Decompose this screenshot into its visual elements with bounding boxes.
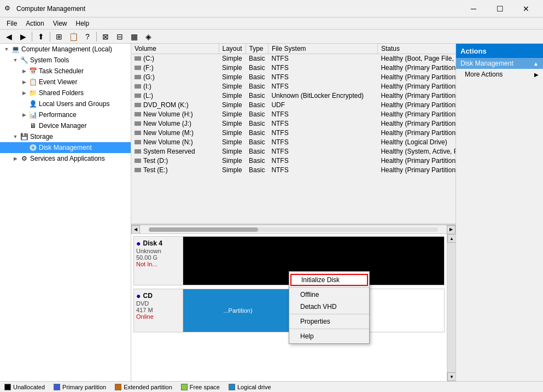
tree-item-root[interactable]: ▼ 💻 Computer Management (Local): [0, 44, 131, 55]
action-more-actions-arrow: ▶: [534, 72, 539, 78]
label-system-tools: System Tools: [30, 56, 69, 64]
h-scroll-thumb[interactable]: [149, 227, 258, 232]
ctx-help[interactable]: Help: [289, 330, 369, 342]
tree-item-services[interactable]: ▶ ⚙ Services and Applications: [0, 153, 131, 164]
legend-label-primary: Primary partition: [62, 384, 106, 390]
ctx-offline[interactable]: Offline: [289, 289, 369, 301]
cell-layout: Simple: [219, 128, 246, 138]
cell-status: Healthy (Primary Partition): [377, 101, 456, 110]
toolbar-btn-extra4[interactable]: ◈: [142, 31, 155, 43]
label-services: Services and Applications: [30, 155, 105, 162]
actions-header: Actions: [456, 44, 543, 58]
tree-item-performance[interactable]: ▶ 📊 Performance: [0, 109, 131, 120]
table-row[interactable]: (L:) Simple Basic Unknown (BitLocker Enc…: [131, 91, 456, 101]
expander-root[interactable]: ▼: [2, 45, 11, 54]
cd-partition-label: ...Partition): [223, 307, 252, 314]
h-scroll-right[interactable]: ▶: [447, 225, 456, 234]
action-more-actions[interactable]: More Actions ▶: [456, 69, 543, 80]
expander-task-scheduler[interactable]: ▶: [20, 67, 28, 75]
tree-item-local-users[interactable]: 👤 Local Users and Groups: [0, 98, 131, 109]
table-row[interactable]: (F:) Simple Basic NTFS Healthy (Primary …: [131, 63, 456, 73]
up-button[interactable]: ⬆: [34, 31, 48, 43]
tree-item-shared-folders[interactable]: ▶ 📁 Shared Folders: [0, 87, 131, 98]
expander-shared-folders[interactable]: ▶: [20, 89, 28, 97]
expander-performance[interactable]: ▶: [20, 110, 28, 119]
table-row[interactable]: (C:) Simple Basic NTFS Healthy (Boot, Pa…: [131, 54, 456, 63]
menu-bar: File Action View Help: [0, 17, 543, 30]
cell-type: Basic: [246, 128, 268, 138]
legend-unallocated: Unallocated: [4, 384, 45, 390]
cell-status: Healthy (Primary Partition): [377, 128, 456, 138]
col-fs[interactable]: File System: [268, 44, 377, 54]
menu-file[interactable]: File: [2, 19, 21, 28]
col-volume[interactable]: Volume: [131, 44, 219, 54]
table-row[interactable]: DVD_ROM (K:) Simple Basic UDF Healthy (P…: [131, 101, 456, 110]
legend-primary: Primary partition: [54, 384, 106, 390]
table-row[interactable]: Test (E:) Simple Basic NTFS Healthy (Pri…: [131, 166, 456, 175]
label-storage: Storage: [30, 133, 53, 141]
ctx-detach-vhd[interactable]: Detach VHD: [289, 301, 369, 313]
tree-item-device-manager[interactable]: 🖥 Device Manager: [0, 120, 131, 131]
label-device-manager: Device Manager: [39, 122, 86, 130]
v-scroll: ▲ ▼: [447, 234, 456, 381]
table-row[interactable]: (I:) Simple Basic NTFS Healthy (Primary …: [131, 82, 456, 91]
col-layout[interactable]: Layout: [219, 44, 246, 54]
expander-storage[interactable]: ▼: [11, 132, 20, 141]
tree-item-system-tools[interactable]: ▼ 🔧 System Tools: [0, 55, 131, 66]
icon-shared-folders: 📁: [28, 89, 37, 97]
back-button[interactable]: ◀: [2, 31, 15, 43]
minimize-button[interactable]: ─: [461, 0, 486, 17]
cell-layout: Simple: [219, 147, 246, 156]
ctx-properties[interactable]: Properties: [289, 315, 369, 327]
table-row[interactable]: Test (D:) Simple Basic NTFS Healthy (Pri…: [131, 156, 456, 166]
show-hide-button[interactable]: ⊞: [52, 31, 66, 43]
cd-type: DVD: [136, 300, 180, 307]
col-type[interactable]: Type: [246, 44, 268, 54]
maximize-button[interactable]: ☐: [487, 0, 512, 17]
forward-button[interactable]: ▶: [16, 31, 30, 43]
table-row[interactable]: New Volume (H:) Simple Basic NTFS Health…: [131, 110, 456, 119]
menu-action[interactable]: Action: [21, 19, 48, 28]
menu-help[interactable]: Help: [72, 19, 94, 28]
table-row[interactable]: New Volume (J:) Simple Basic NTFS Health…: [131, 119, 456, 128]
table-row[interactable]: System Reserved Simple Basic NTFS Health…: [131, 147, 456, 156]
cell-layout: Simple: [219, 101, 246, 110]
v-scroll-up[interactable]: ▲: [447, 234, 456, 243]
cd-bar-primary[interactable]: ...Partition): [183, 289, 293, 332]
toolbar-btn-extra1[interactable]: ⊠: [99, 31, 112, 43]
actions-section-header[interactable]: Disk Management ▲: [456, 58, 543, 69]
table-row[interactable]: (G:) Simple Basic NTFS Healthy (Primary …: [131, 73, 456, 82]
cd-number: CD: [143, 292, 152, 300]
expander-event-viewer[interactable]: ▶: [20, 78, 28, 86]
legend-box-extended: [115, 384, 121, 390]
tree-item-storage[interactable]: ▼ 💾 Storage: [0, 131, 131, 142]
cell-type: Basic: [246, 156, 268, 166]
help-toolbar-btn[interactable]: ?: [81, 31, 94, 43]
toolbar-btn-extra3[interactable]: ▦: [127, 31, 141, 43]
label-root: Computer Management (Local): [21, 45, 112, 53]
expander-services[interactable]: ▶: [11, 154, 20, 163]
cell-layout: Simple: [219, 82, 246, 91]
table-row[interactable]: New Volume (M:) Simple Basic NTFS Health…: [131, 128, 456, 138]
properties-toolbar-btn[interactable]: 📋: [67, 31, 80, 43]
col-status[interactable]: Status: [377, 44, 456, 54]
window-controls: ─ ☐ ✕: [461, 0, 539, 17]
legend-extended: Extended partition: [115, 384, 172, 390]
close-button[interactable]: ✕: [513, 0, 539, 17]
tree-item-event-viewer[interactable]: ▶ 📋 Event Viewer: [0, 77, 131, 87]
ctx-initialize-disk[interactable]: Initialize Disk: [290, 274, 368, 286]
tree-item-disk-management[interactable]: 💿 Disk Management: [0, 142, 131, 153]
toolbar-btn-extra2[interactable]: ⊟: [113, 31, 126, 43]
icon-device-manager: 🖥: [28, 121, 37, 130]
h-scroll-bar[interactable]: ◀ ▶: [131, 225, 456, 233]
label-event-viewer: Event Viewer: [39, 78, 77, 86]
table-row[interactable]: New Volume (N:) Simple Basic NTFS Health…: [131, 138, 456, 147]
menu-view[interactable]: View: [49, 19, 72, 28]
tree-item-task-scheduler[interactable]: ▶ 📅 Task Scheduler: [0, 66, 131, 77]
window-title: Computer Management: [16, 5, 461, 13]
v-scroll-down[interactable]: ▼: [447, 372, 456, 381]
h-scroll-left[interactable]: ◀: [131, 225, 140, 234]
cell-status: Healthy (Logical Drive): [377, 138, 456, 147]
legend-box-logical: [229, 384, 235, 390]
expander-system-tools[interactable]: ▼: [11, 56, 20, 65]
